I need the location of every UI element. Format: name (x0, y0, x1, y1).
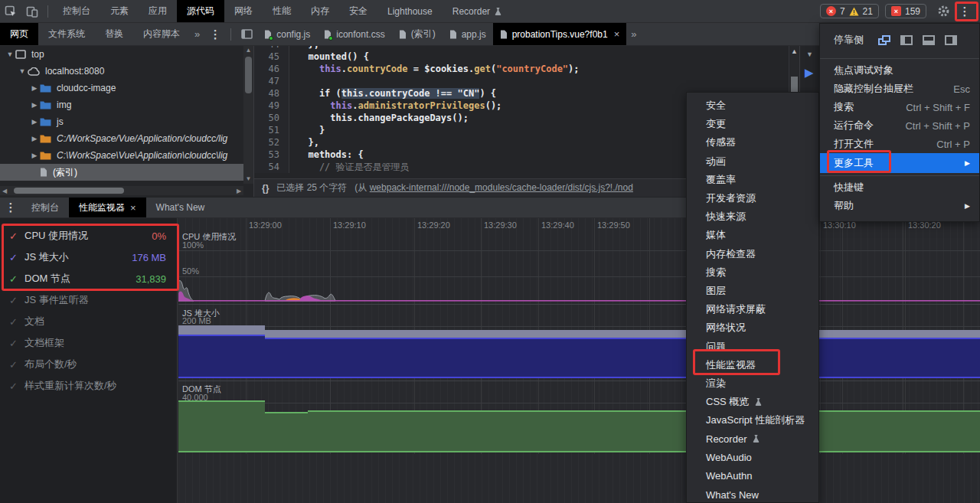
menu-item-js-profiler[interactable]: JavaScript 性能剖析器 (687, 411, 818, 430)
tab-performance[interactable]: 性能 (263, 0, 301, 22)
tree-item[interactable]: ▶img (0, 96, 253, 113)
tree-expand-arrow-icon[interactable]: ▶ (29, 84, 40, 92)
errors-warnings-badge[interactable]: × 7 21 (820, 4, 879, 18)
toggle-navigator-icon[interactable] (236, 24, 257, 44)
metric-dom-nodes[interactable]: ✓DOM 节点31,839 (0, 268, 177, 289)
folder-orange-icon (40, 151, 51, 160)
metric-js-event-listeners[interactable]: ✓JS 事件监听器 (0, 289, 177, 311)
dock-left-icon[interactable] (900, 35, 913, 45)
menu-item-shortcuts[interactable]: 快捷键 (820, 178, 979, 197)
menu-item-help[interactable]: 帮助▶ (820, 197, 979, 215)
close-drawer-tab-icon[interactable]: × (130, 202, 136, 214)
more-options-icon[interactable]: ⋮ (954, 2, 975, 21)
menu-item-coverage[interactable]: 覆盖率 (687, 171, 818, 189)
pretty-print-icon[interactable]: {} (262, 183, 269, 194)
menu-item-rendering[interactable]: 渲染 (687, 374, 818, 393)
menu-item-focus-debuggee[interactable]: 焦点调试对象 (820, 61, 979, 80)
drawer-more-icon[interactable]: ⋮ (0, 198, 21, 217)
file-tab[interactable]: probationTips.vue?f0b1× (493, 23, 627, 45)
file-tab[interactable]: app.js (443, 23, 493, 45)
file-icon (500, 30, 508, 39)
tree-vertical-scrollbar[interactable]: ▲▼ (243, 46, 253, 184)
menu-item-webaudio[interactable]: WebAudio (687, 449, 818, 467)
tree-expand-arrow-icon[interactable]: ▶ (29, 118, 40, 126)
menu-item-sensors[interactable]: 传感器 (687, 133, 818, 152)
menu-item-network-conditions[interactable]: 网络状况 (687, 318, 818, 337)
undock-icon[interactable] (878, 35, 890, 45)
menu-item-changes[interactable]: 变更 (687, 115, 818, 133)
tab-network[interactable]: 网络 (224, 0, 263, 22)
tree-expand-arrow-icon[interactable]: ▶ (29, 101, 40, 109)
nav-tab-filesystem[interactable]: 文件系统 (38, 23, 95, 45)
file-overflow-chevron-icon[interactable]: » (626, 28, 641, 40)
tree-item[interactable]: ▼top (0, 46, 253, 63)
menu-item-more-tools[interactable]: 更多工具▶ (820, 153, 979, 173)
metric-cpu-usage[interactable]: ✓CPU 使用情况0% (0, 225, 177, 247)
tree-item[interactable]: ▶C:\WorkSpace\Vue\Application\cloudcc\li… (0, 147, 253, 164)
metric-layouts-per-sec[interactable]: ✓布局个数/秒 (0, 354, 177, 375)
menu-item-issues[interactable]: 问题 (687, 337, 818, 355)
tree-item[interactable]: ▼localhost:8080 (0, 63, 253, 80)
dock-bottom-icon[interactable] (923, 35, 935, 45)
source-map-link[interactable]: webpack-internal:///node_modules/cache-l… (370, 182, 633, 193)
drawer-tab-console[interactable]: 控制台 (21, 198, 69, 217)
tab-console[interactable]: 控制台 (53, 0, 100, 22)
device-toolbar-icon[interactable] (21, 2, 43, 21)
menu-item-search[interactable]: 搜索Ctrl + Shift + F (820, 98, 979, 116)
menu-item-run-command[interactable]: 运行命令Ctrl + Shift + P (820, 116, 979, 135)
drawer-tab-performance-monitor[interactable]: 性能监视器× (69, 198, 146, 217)
file-tab[interactable]: iconfont.css (317, 23, 391, 45)
tree-item[interactable]: ▶C:/WorkSpace/Vue/Application/cloudcc/li… (0, 130, 253, 147)
file-tab[interactable]: (索引) (392, 23, 443, 45)
metric-js-heap[interactable]: ✓JS 堆大小176 MB (0, 247, 177, 268)
issues-badge[interactable]: × 159 (885, 4, 926, 18)
tree-expand-arrow-icon[interactable]: ▼ (17, 67, 28, 75)
menu-item-search[interactable]: 搜索 (687, 263, 818, 282)
menu-item-network-request-blocking[interactable]: 网络请求屏蔽 (687, 300, 818, 318)
tab-lighthouse[interactable]: Lighthouse (377, 0, 443, 22)
menu-item-recorder[interactable]: Recorder (687, 430, 818, 448)
inspect-element-icon[interactable] (0, 2, 21, 21)
drawer-tab-whats-new[interactable]: What's New (146, 198, 215, 217)
menu-item-security[interactable]: 安全 (687, 96, 818, 115)
menu-item-hide-console-drawer[interactable]: 隐藏控制台抽屉栏Esc (820, 80, 979, 98)
menu-item-open-file[interactable]: 打开文件Ctrl + P (820, 135, 979, 153)
nav-overflow-chevron-icon[interactable]: » (190, 28, 204, 40)
menu-item-whats-new[interactable]: What's New (687, 485, 818, 503)
tab-memory[interactable]: 内存 (301, 0, 339, 22)
menu-item-performance-monitor[interactable]: 性能监视器 (687, 356, 818, 374)
tab-application[interactable]: 应用 (139, 0, 177, 22)
tab-sources[interactable]: 源代码 (177, 0, 224, 22)
navigator-more-icon[interactable]: ⋮ (204, 24, 226, 44)
menu-item-css-overview[interactable]: CSS 概览 (687, 393, 818, 411)
metric-style-recalcs-per-sec[interactable]: ✓样式重新计算次数/秒 (0, 375, 177, 397)
menu-item-animations[interactable]: 动画 (687, 152, 818, 171)
tree-item[interactable]: (索引) (0, 164, 253, 181)
menu-item-media[interactable]: 媒体 (687, 226, 818, 244)
menu-item-quick-source[interactable]: 快速来源 (687, 207, 818, 226)
tree-expand-arrow-icon[interactable]: ▼ (5, 51, 15, 58)
tree-item[interactable]: ▶cloudcc-image (0, 80, 253, 96)
tree-expand-arrow-icon[interactable]: ▶ (29, 135, 40, 142)
nav-tab-page[interactable]: 网页 (0, 23, 38, 45)
file-tab[interactable]: config.js (257, 23, 317, 45)
menu-item-webauthn[interactable]: WebAuthn (687, 467, 818, 485)
tree-item[interactable]: ▶js (0, 113, 253, 130)
menu-item-layers[interactable]: 图层 (687, 282, 818, 300)
tab-elements[interactable]: 元素 (100, 0, 139, 22)
tab-security[interactable]: 安全 (339, 0, 377, 22)
metric-document-frames[interactable]: ✓文档框架 (0, 332, 177, 354)
settings-gear-icon[interactable] (933, 2, 954, 21)
metric-label: JS 堆大小 (24, 250, 69, 264)
menu-item-developer-resources[interactable]: 开发者资源 (687, 189, 818, 207)
tab-recorder[interactable]: Recorder (443, 0, 512, 22)
nav-tab-content-scripts[interactable]: 内容脚本 (133, 23, 190, 45)
close-tab-icon[interactable]: × (614, 28, 620, 40)
metric-documents[interactable]: ✓文档 (0, 311, 177, 332)
nav-tab-overrides[interactable]: 替换 (95, 23, 133, 45)
tree-expand-arrow-icon[interactable]: ▶ (29, 152, 40, 159)
dock-right-icon[interactable] (945, 35, 957, 45)
watch-collapse-icon[interactable]: ▼ (806, 51, 813, 58)
tree-horizontal-scrollbar[interactable]: ◀▶ (0, 186, 243, 195)
menu-item-memory-inspector[interactable]: 内存检查器 (687, 245, 818, 263)
